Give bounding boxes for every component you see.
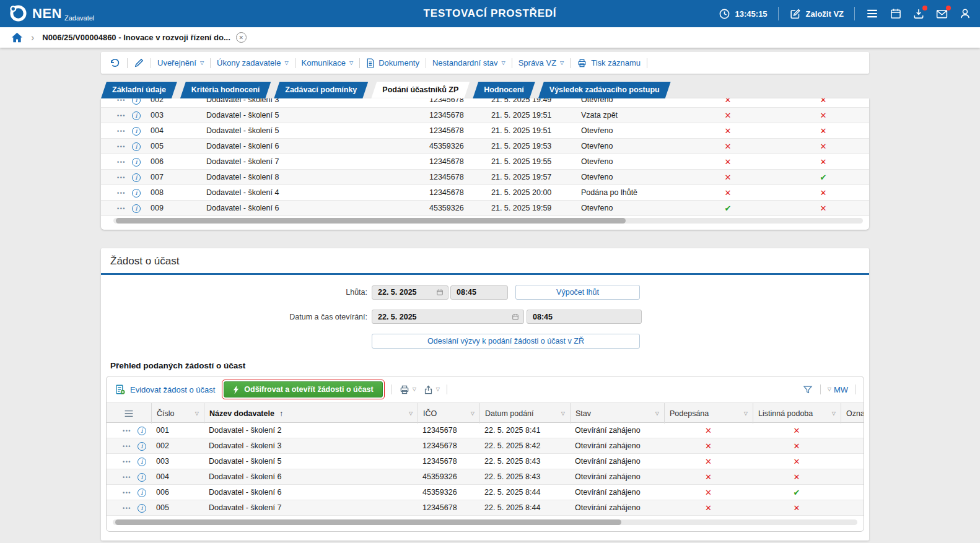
calc-deadlines-button[interactable]: Výpočet lhůt (515, 285, 640, 300)
column-header-datum-podani[interactable]: Datum podání (479, 403, 570, 424)
register-request-link[interactable]: Evidovat žádost o účast (115, 384, 215, 395)
filter-caret-icon[interactable] (195, 411, 199, 416)
info-icon[interactable] (132, 173, 141, 182)
row-menu-icon[interactable] (117, 128, 126, 134)
deadline-time-field[interactable]: 08:45 (450, 285, 508, 300)
info-icon[interactable] (138, 458, 146, 466)
app-logo[interactable]: NEN Zadavatel (9, 4, 94, 23)
close-record-icon[interactable] (236, 32, 247, 43)
calendar-icon[interactable] (436, 289, 444, 296)
row-menu-icon[interactable] (123, 505, 131, 511)
filter-caret-icon[interactable] (655, 411, 659, 416)
row-menu-icon[interactable] (123, 443, 131, 450)
tab-hodnoceni[interactable]: Hodnocení (473, 82, 535, 98)
tab-kriteria-hodnoceni[interactable]: Kritéria hodnocení (180, 82, 271, 98)
info-icon[interactable] (138, 427, 146, 435)
column-header-nazev[interactable]: Název dodavatele↑ (204, 403, 404, 424)
history-icon[interactable] (109, 57, 121, 69)
submission-row[interactable]: 007 Dodavatel - školení 8 12345678 21. 5… (101, 170, 869, 185)
toolbar-link-dokumenty[interactable]: Dokumenty (366, 58, 419, 68)
info-icon[interactable] (132, 98, 141, 105)
submission-row[interactable]: 004 Dodavatel - školení 5 12345678 21. 5… (101, 123, 869, 139)
row-menu-icon[interactable] (117, 144, 126, 150)
submission-row[interactable]: 005 Dodavatel - školení 6 45359326 21. 5… (101, 139, 869, 154)
filter-caret-icon[interactable] (561, 411, 565, 416)
expand-rows-icon[interactable] (107, 403, 151, 424)
toolbar-link-sprava-vz[interactable]: Správa VZ (518, 58, 564, 67)
decrypt-open-requests-button[interactable]: Odšifrovat a otevřít žádosti o účast (224, 381, 382, 397)
filter-caret-icon[interactable] (832, 411, 836, 416)
export-icon[interactable] (423, 384, 434, 395)
request-row[interactable]: 001 Dodavatel - školení 2 12345678 22. 5… (107, 423, 864, 438)
row-menu-icon[interactable] (123, 474, 131, 480)
calendar-icon[interactable] (512, 313, 519, 321)
submission-row[interactable]: 006 Dodavatel - školení 7 12345678 21. 5… (101, 154, 869, 170)
row-menu-icon[interactable] (123, 490, 131, 496)
info-icon[interactable] (132, 142, 141, 151)
column-header-ico[interactable]: IČO (418, 403, 479, 424)
filter-caret-icon[interactable] (744, 411, 748, 416)
column-header-stav[interactable]: Stav (570, 403, 664, 424)
column-filter-nazev[interactable] (404, 403, 418, 424)
opening-date-field[interactable]: 22. 5. 2025 (372, 310, 524, 324)
row-menu-icon[interactable] (117, 113, 126, 119)
toolbar-link-tisk-zaznamu[interactable]: Tisk záznamu (577, 58, 641, 68)
downloads-button[interactable] (912, 7, 925, 20)
info-icon[interactable] (138, 473, 146, 482)
info-icon[interactable] (132, 111, 141, 120)
tab-vysledek-zadavaciho-postupu[interactable]: Výsledek zadávacího postupu (538, 82, 671, 98)
menu-button[interactable] (865, 7, 879, 20)
pencil-icon[interactable] (134, 58, 144, 68)
info-icon[interactable] (132, 158, 141, 167)
column-header-oznaceni[interactable]: Označe (841, 403, 864, 424)
breadcrumb-record-link[interactable]: N006/25/V00004860 - Inovace v rozvoji ří… (42, 33, 230, 42)
print-list-icon[interactable] (399, 384, 410, 395)
user-profile-button[interactable] (959, 7, 971, 20)
submission-row[interactable]: 002 Dodavatel - školení 3 12345678 21. 5… (101, 98, 869, 108)
info-icon[interactable] (132, 204, 141, 213)
tab-zadavaci-podminky[interactable]: Zadávací podmínky (274, 82, 368, 98)
row-menu-icon[interactable] (123, 459, 131, 465)
filter-funnel-icon[interactable] (802, 384, 813, 395)
horizontal-scrollbar[interactable] (113, 519, 857, 525)
row-menu-icon[interactable] (117, 159, 126, 165)
home-icon[interactable] (11, 32, 23, 43)
request-row[interactable]: 006 Dodavatel - školení 6 45359326 22. 5… (107, 485, 864, 500)
toolbar-link-komunikace[interactable]: Komunikace (302, 58, 354, 67)
row-menu-icon[interactable] (117, 206, 126, 212)
info-icon[interactable] (138, 489, 146, 497)
info-icon[interactable] (132, 127, 141, 136)
submission-row[interactable]: 008 Dodavatel - školení 4 12345678 21. 5… (101, 185, 869, 201)
scrollbar-thumb[interactable] (115, 519, 621, 525)
submission-row[interactable]: 009 Dodavatel - školení 6 45359326 21. 5… (101, 201, 869, 216)
request-row[interactable]: 004 Dodavatel - školení 6 45359326 22. 5… (107, 469, 864, 485)
row-menu-icon[interactable] (117, 98, 126, 103)
column-header-podepsana[interactable]: Podepsána (664, 403, 753, 424)
request-row[interactable]: 003 Dodavatel - školení 5 12345678 22. 5… (107, 454, 864, 469)
toolbar-link-nestandardni-stav[interactable]: Nestandardní stav (432, 58, 505, 67)
filter-caret-icon[interactable] (471, 411, 475, 416)
info-icon[interactable] (138, 442, 146, 451)
create-vz-button[interactable]: Založit VZ (789, 8, 844, 20)
scrollbar-thumb[interactable] (116, 218, 626, 224)
request-row[interactable]: 002 Dodavatel - školení 3 12345678 22. 5… (107, 438, 864, 454)
request-row[interactable]: 005 Dodavatel - školení 7 12345678 22. 5… (107, 500, 864, 516)
filter-caret-icon[interactable] (409, 411, 413, 416)
row-menu-icon[interactable] (123, 428, 131, 434)
send-invitation-button[interactable]: Odeslání výzvy k podání žádosti o účast … (372, 334, 640, 349)
calendar-button[interactable] (890, 7, 902, 20)
messages-button[interactable] (935, 7, 948, 20)
horizontal-scrollbar[interactable] (113, 218, 863, 224)
info-icon[interactable] (138, 504, 146, 513)
submission-row[interactable]: 003 Dodavatel - školení 5 12345678 21. 5… (101, 108, 869, 123)
dropdown-caret-icon[interactable] (413, 387, 416, 392)
dropdown-caret-icon[interactable] (436, 387, 440, 392)
view-selector[interactable]: MW (828, 385, 848, 394)
column-header-listinna-podoba[interactable]: Listinná podoba (753, 403, 841, 424)
toolbar-link-uverejneni[interactable]: Uveřejnění (157, 58, 204, 67)
row-menu-icon[interactable] (117, 175, 126, 181)
tab-podani-ucastniku-zp[interactable]: Podání účastníků ZP (371, 82, 470, 98)
column-header-cislo[interactable]: Číslo (151, 403, 204, 424)
opening-time-field[interactable]: 08:45 (527, 310, 642, 324)
info-icon[interactable] (132, 189, 141, 198)
